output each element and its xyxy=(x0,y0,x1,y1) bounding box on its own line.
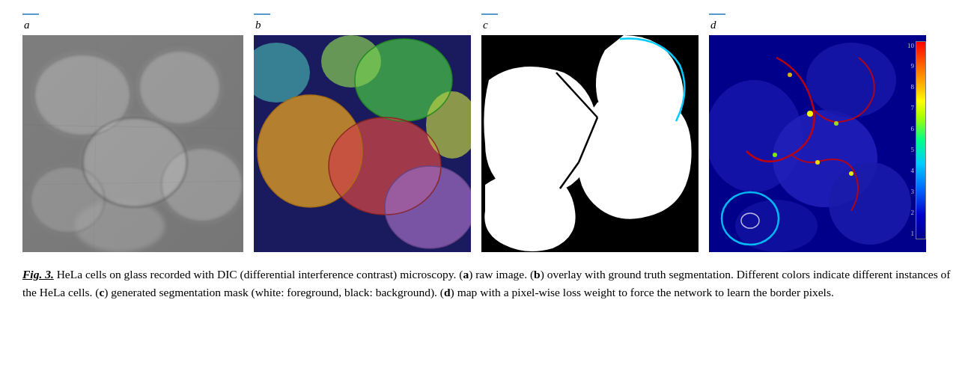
colorbar-label-9: 9 xyxy=(907,61,914,72)
panel-b-image xyxy=(254,35,471,252)
caption-a-bold: a xyxy=(463,268,469,281)
caption-text2: ) raw image. ( xyxy=(469,268,534,281)
panel-b-label: b xyxy=(254,16,261,34)
figures-row: a xyxy=(22,13,958,252)
colorbar-label-7: 7 xyxy=(907,103,914,114)
svg-point-43 xyxy=(849,171,853,176)
panel-d-underline xyxy=(709,13,725,15)
svg-point-44 xyxy=(834,121,839,126)
svg-point-36 xyxy=(806,43,896,117)
panel-b: b xyxy=(254,13,471,252)
colorbar-label-10: 10 xyxy=(907,41,914,52)
caption-d-bold: d xyxy=(444,286,451,298)
panel-c-label: c xyxy=(481,16,488,34)
panel-c: c xyxy=(481,13,699,252)
colorbar-label-8: 8 xyxy=(907,82,914,93)
colorbar-label-4: 4 xyxy=(907,166,914,177)
caption-text1: HeLa cells on glass recorded with DIC (d… xyxy=(54,268,463,281)
panel-a-underline xyxy=(22,13,39,15)
panel-a: a xyxy=(22,13,243,252)
svg-point-40 xyxy=(773,153,777,157)
panel-c-underline xyxy=(481,13,498,15)
caption-b-bold: b xyxy=(534,268,541,281)
colorbar xyxy=(916,41,926,239)
figure-caption: Fig. 3. HeLa cells on glass recorded wit… xyxy=(22,266,958,301)
caption-text5: ) map with a pixel-wise loss weight to f… xyxy=(451,286,834,298)
colorbar-label-1: 1 xyxy=(907,229,914,239)
panel-c-image xyxy=(481,35,699,252)
caption-fig-label: Fig. 3. xyxy=(22,268,54,281)
svg-point-22 xyxy=(321,35,381,88)
panel-a-label: a xyxy=(22,16,30,34)
svg-rect-15 xyxy=(22,35,243,252)
svg-point-41 xyxy=(815,160,820,165)
caption-text4: ) generated segmentation mask (white: fo… xyxy=(104,286,444,298)
colorbar-label-6: 6 xyxy=(907,124,914,135)
panel-a-image xyxy=(22,35,243,252)
panel-b-underline xyxy=(254,13,270,15)
colorbar-label-5: 5 xyxy=(907,145,914,156)
svg-point-42 xyxy=(788,73,792,77)
colorbar-label-3: 3 xyxy=(907,187,914,197)
panel-d-label: d xyxy=(709,16,716,34)
colorbar-label-2: 2 xyxy=(907,208,914,218)
svg-point-39 xyxy=(807,111,813,117)
svg-point-35 xyxy=(829,162,911,245)
panel-d-image: 10 9 8 7 6 5 4 3 2 1 xyxy=(709,35,926,252)
panel-d: d xyxy=(709,13,926,252)
